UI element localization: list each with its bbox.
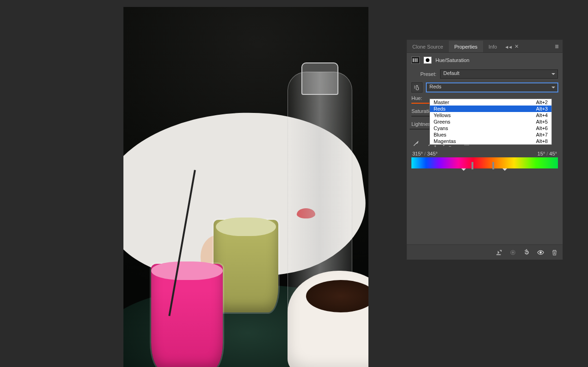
channel-option-blues[interactable]: BluesAlt+7 — [430, 131, 551, 138]
channel-row: Reds — [407, 81, 563, 94]
panel-close-icon[interactable]: ✕ — [514, 41, 522, 52]
range-left-b: 345° — [427, 151, 438, 156]
trash-icon[interactable] — [551, 249, 558, 256]
hue-range-readout: 315° / 345° 15° / 45° — [407, 149, 563, 157]
panel-footer — [407, 244, 563, 260]
spectrum-top — [411, 157, 558, 163]
channel-option-master[interactable]: MasterAlt+2 — [430, 99, 551, 106]
photo-bottle-cap — [301, 62, 338, 95]
channel-dropdown[interactable]: Reds — [426, 83, 558, 92]
photo-green-drink-top — [216, 218, 276, 236]
range-handle-outer-left[interactable] — [461, 168, 466, 173]
document-canvas[interactable] — [123, 7, 368, 367]
channel-dropdown-list[interactable]: MasterAlt+2RedsAlt+3YellowsAlt+4GreensAl… — [429, 99, 552, 145]
preset-row: Preset: Default — [407, 68, 563, 81]
range-left-a: 315° — [412, 151, 423, 156]
view-previous-state-icon — [509, 249, 516, 256]
tab-properties[interactable]: Properties — [449, 41, 483, 52]
range-right-a: 15° — [538, 151, 545, 156]
properties-panel: Clone Source Properties Info ◄◄ ✕ ≣ Hue/… — [406, 39, 563, 260]
eyedropper-icon[interactable] — [411, 138, 421, 147]
channel-option-cyans[interactable]: CyansAlt+6 — [430, 125, 551, 131]
adjustment-header: Hue/Saturation — [407, 53, 563, 68]
range-handle-outer-right[interactable] — [502, 168, 507, 173]
channel-option-greens[interactable]: GreensAlt+5 — [430, 118, 551, 125]
preset-label: Preset: — [411, 71, 436, 77]
adjustment-icon[interactable] — [411, 56, 420, 64]
panel-menu-icon[interactable]: ≣ — [551, 41, 563, 52]
visibility-icon[interactable] — [537, 249, 544, 256]
tab-info[interactable]: Info — [483, 41, 502, 52]
channel-option-reds[interactable]: RedsAlt+3 — [430, 106, 551, 112]
targeted-adjustment-button[interactable] — [411, 82, 423, 93]
tab-clone-source[interactable]: Clone Source — [407, 41, 449, 52]
channel-option-yellows[interactable]: YellowsAlt+4 — [430, 112, 551, 118]
hue-range-sliders[interactable] — [407, 157, 563, 175]
reset-icon[interactable] — [523, 249, 530, 256]
svg-point-1 — [512, 251, 514, 253]
preset-value[interactable]: Default — [440, 69, 558, 79]
spectrum-bottom — [411, 163, 558, 168]
panel-tabs: Clone Source Properties Info ◄◄ ✕ ≣ — [407, 40, 563, 53]
photo-pink-drink-foam — [151, 261, 223, 280]
clip-to-layer-icon[interactable] — [495, 249, 502, 256]
range-right-b: 45° — [549, 151, 557, 156]
layer-mask-icon[interactable] — [423, 56, 432, 64]
adjustment-title: Hue/Saturation — [435, 57, 469, 63]
preset-dropdown[interactable]: Default — [440, 69, 558, 79]
channel-option-magentas[interactable]: MagentasAlt+8 — [430, 138, 551, 144]
svg-point-2 — [539, 251, 541, 253]
panel-collapse-icon[interactable]: ◄◄ — [502, 42, 514, 52]
